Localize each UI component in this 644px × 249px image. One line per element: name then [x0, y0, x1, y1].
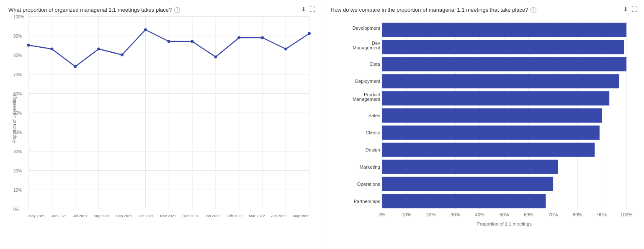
right-info-icon[interactable]: i — [531, 7, 536, 13]
bar-product-management — [382, 91, 609, 105]
y-tick-10: 10% — [13, 188, 22, 193]
bar-x-tick-0: 0% — [379, 213, 386, 217]
bar-label-dev-management: Dev — [371, 41, 380, 46]
svg-point-22 — [237, 36, 240, 39]
right-chart-title: How do we compare in the proportion of m… — [331, 7, 636, 13]
y-tick-0: 0% — [13, 207, 19, 212]
bar-label-clients: Clients — [366, 131, 380, 135]
bar-development — [382, 23, 626, 37]
svg-point-20 — [191, 40, 194, 43]
x-tick-6: Nov 2021 — [160, 214, 176, 218]
svg-text:Management: Management — [353, 46, 380, 50]
x-tick-7: Dec 2021 — [183, 214, 199, 218]
svg-point-16 — [97, 48, 100, 51]
bar-label-partnerships: Partnerships — [353, 199, 380, 204]
bar-x-tick-60: 60% — [524, 213, 533, 217]
y-tick-70: 70% — [13, 72, 22, 77]
bar-x-tick-100: 100% — [620, 213, 632, 217]
svg-point-21 — [214, 56, 217, 59]
svg-point-15 — [74, 65, 77, 68]
y-tick-50: 50% — [13, 111, 22, 116]
bar-label-marketing: Marketing — [359, 165, 380, 169]
svg-text:Management: Management — [353, 97, 380, 102]
bar-svg: Development Dev Management Data Deployme… — [335, 17, 636, 235]
bar-clients — [382, 126, 600, 140]
bar-x-tick-80: 80% — [573, 213, 582, 217]
left-chart-actions: ⬇ ⛶ — [301, 6, 315, 13]
left-y-axis-label: Proportion of 1:1 meetings — [12, 94, 17, 143]
svg-point-25 — [308, 32, 311, 35]
bar-label-data: Data — [370, 62, 380, 67]
y-tick-40: 40% — [13, 130, 22, 135]
bar-operations — [382, 177, 553, 191]
bar-label-deployment: Deployment — [355, 79, 380, 84]
left-info-icon[interactable]: i — [174, 7, 180, 13]
left-title-text: What proportion of organized managerial … — [8, 7, 172, 13]
line-chart-area: Proportion of 1:1 meetings 100% 90% 80% … — [8, 16, 314, 221]
bar-x-tick-40: 40% — [475, 213, 484, 217]
bar-label-operations: Operations — [357, 182, 380, 187]
y-tick-100: 100% — [13, 15, 24, 19]
svg-point-17 — [121, 54, 124, 56]
left-download-button[interactable]: ⬇ — [301, 6, 306, 13]
x-ticks: May 2021 Jun 2021 Jul 2021 Aug 2021 Sep … — [28, 214, 309, 218]
bar-marketing — [382, 160, 558, 174]
right-download-button[interactable]: ⬇ — [623, 6, 628, 13]
x-tick-3: Aug 2021 — [94, 214, 110, 218]
svg-point-18 — [144, 28, 147, 31]
bar-x-tick-10: 10% — [402, 213, 411, 217]
x-tick-2: Jul 2021 — [73, 214, 88, 218]
bar-label-design: Design — [365, 148, 380, 152]
bar-dev-management — [382, 40, 624, 54]
x-tick-12: May 2022 — [293, 214, 309, 218]
bar-label-product-management: Product — [364, 92, 380, 97]
x-tick-9: Feb 2022 — [227, 214, 242, 218]
x-tick-5: Oct 2021 — [139, 214, 154, 218]
left-expand-button[interactable]: ⛶ — [309, 6, 315, 13]
svg-point-14 — [50, 48, 53, 51]
x-tick-10: Mar 2022 — [249, 214, 265, 218]
svg-point-23 — [261, 36, 264, 39]
y-tick-20: 20% — [13, 169, 22, 173]
x-tick-4: Sep 2021 — [116, 214, 132, 218]
bar-partnerships — [382, 194, 546, 208]
x-tick-8: Jan 2022 — [205, 214, 220, 218]
bar-x-tick-50: 50% — [499, 213, 509, 217]
x-tick-1: Jun 2021 — [52, 214, 67, 218]
svg-point-19 — [167, 40, 170, 43]
bar-sales — [382, 108, 602, 123]
x-tick-0: May 2021 — [28, 214, 45, 218]
bar-x-axis-label: Proportion of 1:1 meetings — [477, 222, 532, 226]
y-tick-80: 80% — [13, 53, 22, 58]
bar-x-tick-70: 70% — [548, 213, 558, 217]
bar-deployment — [382, 74, 619, 88]
bar-x-tick-30: 30% — [451, 213, 460, 217]
line-svg — [28, 16, 309, 209]
left-chart-panel: What proportion of organized managerial … — [0, 0, 322, 249]
bar-x-tick-20: 20% — [426, 213, 435, 217]
bar-label-development: Development — [352, 26, 380, 31]
right-chart-panel: How do we compare in the proportion of m… — [322, 0, 644, 249]
svg-point-24 — [284, 48, 287, 51]
line-chart-inner: 100% 90% 80% 70% 60% 50% 40% 30% 20% 10%… — [28, 16, 309, 209]
y-tick-60: 60% — [13, 92, 22, 96]
right-expand-button[interactable]: ⛶ — [631, 6, 637, 13]
bar-chart-area: Development Dev Management Data Deployme… — [335, 17, 636, 235]
right-chart-actions: ⬇ ⛶ — [623, 6, 637, 13]
left-chart-title: What proportion of organized managerial … — [8, 7, 314, 13]
y-tick-30: 30% — [13, 149, 22, 154]
y-tick-90: 90% — [13, 34, 22, 39]
bar-data — [382, 57, 626, 71]
bar-label-sales: Sales — [368, 113, 380, 118]
x-tick-11: Apr 2022 — [271, 214, 286, 218]
bar-design — [382, 143, 595, 157]
bar-x-tick-90: 90% — [597, 213, 607, 217]
right-title-text: How do we compare in the proportion of m… — [331, 7, 528, 13]
svg-point-13 — [27, 44, 30, 47]
